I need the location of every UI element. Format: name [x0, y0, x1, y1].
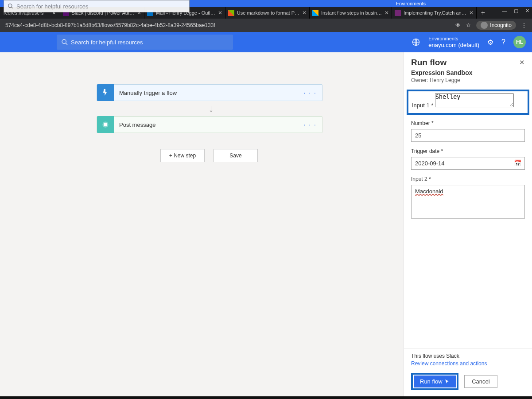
- review-connections-link[interactable]: Review connections and actions: [411, 360, 487, 367]
- trigger-card[interactable]: Manually trigger a flow · · ·: [97, 84, 322, 101]
- slack-icon: [97, 116, 114, 133]
- number-field[interactable]: [411, 129, 525, 142]
- search-input[interactable]: [71, 39, 229, 46]
- browser-tab[interactable]: Implementing Try,Catch an… ✕: [392, 7, 477, 19]
- footer-text: This flow uses Slack.: [411, 353, 525, 359]
- close-window-icon[interactable]: ✕: [525, 8, 529, 14]
- number-label: Number *: [411, 120, 525, 126]
- input1-label: Input 1 *: [412, 102, 433, 109]
- incognito-icon: [481, 22, 488, 29]
- incognito-badge: Incognito: [476, 21, 516, 30]
- card-menu-icon[interactable]: · · ·: [304, 121, 317, 128]
- flow-canvas: Manually trigger a flow · · · ↓ Post mes…: [0, 52, 404, 396]
- pa-favicon-icon: [395, 10, 401, 16]
- svg-point-0: [8, 4, 12, 8]
- kebab-menu-icon[interactable]: ⋮: [521, 22, 527, 28]
- cursor-icon: [444, 379, 450, 384]
- close-icon[interactable]: ✕: [302, 10, 307, 16]
- gear-icon[interactable]: ⚙: [487, 38, 493, 47]
- action-card[interactable]: Post message · · ·: [97, 116, 322, 133]
- ms-favicon-icon: [228, 10, 234, 16]
- date-label: Trigger date *: [411, 148, 525, 154]
- svg-line-1: [12, 7, 13, 8]
- canvas-buttons: + New step Save: [160, 149, 258, 162]
- input2-field-group: Input 2 * Macdonald: [406, 173, 530, 223]
- run-flow-button[interactable]: Run flow: [414, 376, 456, 387]
- close-panel-icon[interactable]: ✕: [519, 59, 525, 66]
- panel-owner: Owner: Henry Legge: [411, 77, 525, 83]
- search-icon: [8, 3, 14, 9]
- environment-block[interactable]: Environments enayu.com (default): [428, 36, 479, 49]
- trigger-date-field[interactable]: [411, 157, 525, 170]
- calendar-icon[interactable]: 📅: [514, 160, 521, 167]
- close-icon[interactable]: ✕: [384, 10, 389, 16]
- panel-title: Run flow: [411, 58, 447, 67]
- panel-flowname: Expression Sandbox: [411, 69, 525, 76]
- panel-footer: This flow uses Slack. Review connections…: [404, 348, 532, 396]
- maximize-icon[interactable]: ▢: [514, 8, 518, 14]
- new-step-button[interactable]: + New step: [160, 149, 205, 162]
- help-icon[interactable]: ?: [501, 38, 505, 46]
- input1-highlight: Input 1 * Shelley: [407, 90, 529, 115]
- arrow-down-icon: ↓: [209, 103, 214, 114]
- new-tab-button[interactable]: +: [477, 9, 489, 17]
- number-field-group: Number *: [406, 117, 530, 145]
- ms-favicon-icon: [312, 10, 318, 16]
- date-field-group: Trigger date * 📅: [406, 145, 530, 173]
- save-button[interactable]: Save: [214, 149, 258, 162]
- star-icon[interactable]: ☆: [466, 22, 471, 28]
- run-flow-panel: Run flow ✕ Expression Sandbox Owner: Hen…: [404, 52, 532, 396]
- app-header: Environments enayu.com (default) ⚙ ? HL: [0, 32, 532, 52]
- svg-point-2: [62, 39, 66, 43]
- url-text: 574ca4-cde8-4d8b-bcb8-897b1a5d8b63/flows…: [5, 22, 449, 28]
- run-button-highlight: Run flow: [411, 373, 458, 390]
- eye-off-icon[interactable]: 👁: [455, 22, 461, 28]
- ghost-search-text: Search for helpful resources: [16, 3, 89, 10]
- ghost-search-box: Search for helpful resources: [4, 0, 190, 12]
- close-icon[interactable]: ✕: [218, 10, 222, 16]
- environment-icon: [412, 38, 420, 47]
- input1-field[interactable]: Shelley: [435, 93, 514, 107]
- window-controls: — ▢ ✕: [502, 8, 529, 14]
- minimize-icon[interactable]: —: [502, 8, 507, 14]
- close-icon[interactable]: ✕: [469, 10, 474, 16]
- svg-line-3: [66, 43, 67, 45]
- browser-tab[interactable]: Instant flow steps in busin… ✕: [310, 7, 392, 19]
- action-title: Post message: [119, 121, 155, 128]
- trigger-icon: [97, 84, 114, 101]
- trigger-title: Manually trigger a flow: [119, 90, 177, 96]
- browser-tab[interactable]: Use markdown to format P… ✕: [225, 7, 310, 19]
- cancel-button[interactable]: Cancel: [464, 375, 497, 388]
- top-env-label: Environments: [396, 1, 426, 6]
- avatar[interactable]: HL: [513, 36, 526, 48]
- search-icon: [61, 39, 68, 46]
- card-menu-icon[interactable]: · · ·: [304, 89, 317, 96]
- taskbar-sliver: [0, 396, 532, 399]
- browser-address-bar: 574ca4-cde8-4d8b-bcb8-897b1a5d8b63/flows…: [0, 19, 532, 32]
- input2-label: Input 2 *: [411, 176, 525, 182]
- input2-field[interactable]: Macdonald: [411, 185, 525, 219]
- header-search[interactable]: [57, 35, 233, 50]
- panel-header: Run flow ✕ Expression Sandbox Owner: Hen…: [404, 52, 532, 90]
